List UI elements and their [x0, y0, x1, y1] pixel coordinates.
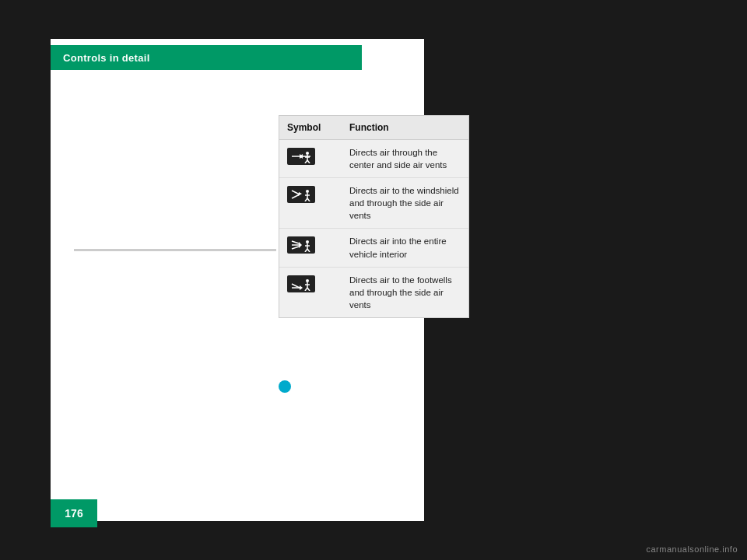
air-vent-icon-1 [287, 148, 315, 165]
function-text-1: Directs air through the center and side … [349, 146, 461, 171]
table-row: Directs air into the entire vehicle inte… [279, 229, 468, 267]
header-bar: Controls in detail [51, 45, 362, 70]
page-number-box: 176 [51, 499, 97, 527]
air-windshield-icon-2 [287, 186, 315, 203]
page-number: 176 [65, 507, 82, 520]
svg-line-11 [292, 194, 300, 198]
svg-line-16 [307, 198, 310, 201]
function-text-4: Directs air to the footwells and through… [349, 274, 461, 311]
svg-line-19 [292, 247, 299, 249]
svg-point-29 [306, 279, 309, 282]
table-row: Directs air to the windshield and throug… [279, 178, 468, 229]
symbol-cell-3 [287, 235, 349, 254]
svg-line-8 [307, 160, 310, 163]
air-footwell-icon-4 [287, 275, 315, 292]
function-text-3: Directs air into the entire vehicle inte… [349, 235, 461, 260]
svg-line-25 [307, 249, 310, 252]
svg-point-4 [306, 152, 309, 155]
table-row: Directs air through the center and side … [279, 140, 468, 178]
blue-indicator-circle [279, 380, 291, 393]
symbol-cell-4 [287, 274, 349, 292]
svg-point-12 [306, 190, 309, 193]
svg-line-9 [292, 191, 300, 194]
table-row: Directs air to the footwells and through… [279, 268, 468, 317]
svg-line-17 [292, 241, 299, 243]
symbol-cell-2 [287, 184, 349, 203]
column-header-function: Function [349, 122, 461, 133]
air-entire-icon-3 [287, 236, 315, 254]
svg-line-33 [307, 288, 310, 291]
horizontal-divider [74, 249, 276, 251]
header-title: Controls in detail [63, 52, 150, 64]
function-text-2: Directs air to the windshield and throug… [349, 184, 461, 222]
column-header-symbol: Symbol [287, 122, 349, 133]
svg-marker-20 [299, 242, 302, 248]
symbol-function-table: Symbol Function Dir [279, 115, 469, 318]
watermark-text: carmanualsonline.info [646, 544, 738, 554]
table-header-row: Symbol Function [279, 116, 468, 140]
symbol-cell-1 [287, 146, 349, 165]
svg-marker-28 [300, 285, 303, 290]
svg-point-21 [306, 240, 309, 243]
